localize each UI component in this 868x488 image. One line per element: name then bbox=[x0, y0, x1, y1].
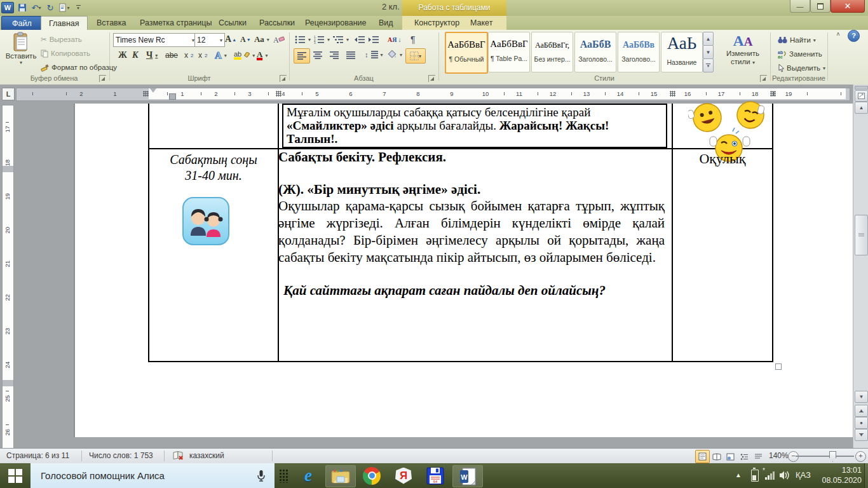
next-page-button[interactable]: ▼ bbox=[855, 429, 868, 441]
style-heading2[interactable]: АаБбВв Заголово... bbox=[618, 32, 660, 72]
font-dialog-launcher[interactable] bbox=[280, 75, 287, 82]
table-border[interactable] bbox=[672, 104, 673, 362]
smiley-images[interactable] bbox=[688, 98, 771, 148]
tab-references[interactable]: Ссылки bbox=[211, 16, 254, 30]
battery-icon[interactable] bbox=[751, 470, 759, 482]
strikethrough-button[interactable]: abe bbox=[164, 49, 179, 62]
table-border[interactable] bbox=[148, 361, 773, 362]
fullscreen-reading-view-button[interactable] bbox=[709, 450, 724, 463]
tray-expand-icon[interactable]: ▲ bbox=[735, 471, 742, 478]
find-button[interactable]: Найти▾ bbox=[776, 34, 817, 46]
tab-home[interactable]: Главная bbox=[41, 16, 88, 30]
tab-page-layout[interactable]: Разметка страницы bbox=[132, 16, 219, 30]
tab-table-layout[interactable]: Макет bbox=[463, 16, 500, 30]
internet-explorer-icon[interactable]: e bbox=[294, 465, 323, 486]
style-heading1[interactable]: АаБбВ Заголово... bbox=[574, 32, 616, 72]
table-column-marker[interactable] bbox=[143, 91, 149, 97]
styles-dialog-launcher[interactable] bbox=[760, 75, 767, 82]
first-line-indent-marker[interactable] bbox=[150, 88, 156, 96]
decrease-indent-button[interactable] bbox=[353, 33, 366, 46]
left-indent-marker[interactable] bbox=[169, 93, 176, 100]
style-title[interactable]: АаЬ Название bbox=[661, 32, 703, 72]
table-border[interactable] bbox=[148, 104, 149, 362]
format-painter-button[interactable]: Формат по образцу bbox=[39, 61, 118, 74]
increase-indent-button[interactable] bbox=[367, 33, 380, 46]
table-column-marker[interactable] bbox=[276, 91, 281, 97]
tab-view[interactable]: Вид bbox=[371, 16, 401, 30]
previous-page-button[interactable]: ▲ bbox=[855, 405, 868, 417]
assessment-text-box[interactable]: Мұғалім оқушыларды сабаққа қатысу белсен… bbox=[282, 104, 667, 148]
word-count[interactable]: Число слов: 1 753 bbox=[89, 451, 153, 460]
clear-formatting-button[interactable]: А bbox=[272, 33, 286, 46]
styles-gallery-expand[interactable]: ▼ bbox=[703, 58, 714, 72]
tab-table-design[interactable]: Конструктор bbox=[407, 16, 467, 30]
zoom-level[interactable]: 140% bbox=[769, 451, 789, 460]
vertical-scrollbar[interactable]: ▲ ▼ ▲ ● ▼ bbox=[853, 85, 868, 448]
table-row-marker[interactable] bbox=[3, 166, 13, 172]
sort-button[interactable]: А Я ↓ bbox=[386, 33, 402, 46]
stage-cell[interactable]: Сабақтың соңы 31-40 мин. bbox=[149, 152, 278, 184]
keyboard-language-indicator[interactable]: ҚАЗ bbox=[796, 470, 811, 480]
scrollbar-thumb[interactable] bbox=[855, 215, 868, 255]
subscript-button[interactable]: x2 bbox=[183, 49, 194, 62]
italic-button[interactable]: К bbox=[131, 49, 140, 62]
split-handle[interactable] bbox=[855, 86, 868, 90]
select-browse-object-button[interactable]: ● bbox=[855, 417, 868, 429]
bullets-button[interactable]: ▾ bbox=[294, 33, 312, 46]
file-explorer-icon[interactable] bbox=[325, 465, 356, 487]
font-size-combo[interactable]: 12▾ bbox=[194, 33, 225, 47]
align-left-button[interactable] bbox=[294, 48, 310, 64]
line-spacing-button[interactable]: ↕ ▾ bbox=[363, 48, 384, 61]
change-case-button[interactable]: Аа▾ bbox=[253, 33, 271, 46]
font-color-button[interactable]: А▾ bbox=[255, 49, 269, 62]
table-row-marker[interactable] bbox=[3, 380, 13, 386]
paste-dropdown[interactable]: ▾ bbox=[20, 60, 22, 65]
tab-stop-selector[interactable]: L bbox=[2, 88, 15, 100]
change-styles-button[interactable]: АА Изменить стили ▾ bbox=[718, 32, 768, 67]
scroll-up-arrow[interactable]: ▲ bbox=[855, 102, 868, 114]
superscript-button[interactable]: x2 bbox=[197, 49, 208, 62]
zoom-slider-track[interactable] bbox=[796, 456, 854, 457]
style-no-spacing[interactable]: АаБбВвГг, Без интер... bbox=[531, 32, 573, 72]
table-column-marker[interactable] bbox=[670, 91, 675, 97]
taskbar-search-box[interactable]: Голосовой помощник Алиса bbox=[31, 463, 275, 488]
zoom-slider-thumb[interactable] bbox=[829, 451, 836, 462]
v-ruler[interactable]: 17181920212223242526 bbox=[2, 105, 14, 448]
word-taskbar-icon[interactable]: W bbox=[452, 465, 483, 487]
yandex-panel-icon[interactable] bbox=[275, 465, 292, 486]
spellcheck-icon[interactable] bbox=[173, 451, 184, 463]
draft-view-button[interactable] bbox=[751, 450, 766, 463]
borders-button[interactable]: ▾ bbox=[405, 48, 426, 64]
page-indicator[interactable]: Страница: 6 из 11 bbox=[6, 451, 69, 460]
floppy-64-icon[interactable]: 64 bbox=[421, 465, 450, 486]
print-layout-view-button[interactable] bbox=[695, 450, 710, 463]
styles-scroll-up[interactable]: ▲ bbox=[703, 32, 714, 46]
align-right-button[interactable] bbox=[327, 48, 342, 62]
multilevel-list-button[interactable]: ▾ bbox=[332, 33, 350, 46]
tab-review[interactable]: Рецензирование bbox=[297, 16, 374, 30]
show-marks-button[interactable]: ¶ bbox=[409, 33, 417, 46]
tab-file[interactable]: Файл bbox=[1, 16, 43, 30]
scroll-down-arrow[interactable]: ▼ bbox=[855, 391, 868, 403]
clipboard-dialog-launcher[interactable] bbox=[99, 75, 106, 82]
chrome-icon[interactable] bbox=[357, 465, 386, 486]
network-signal-icon[interactable]: * bbox=[764, 471, 775, 480]
justify-button[interactable] bbox=[343, 48, 358, 62]
lesson-end-cell[interactable]: Сабақты бекіту. Рефлексия. (Ж). «Бір мин… bbox=[278, 149, 665, 299]
replace-button[interactable]: ab ac Заменить bbox=[776, 48, 824, 60]
shading-button[interactable]: ▾ bbox=[386, 48, 403, 61]
language-indicator[interactable]: казахский bbox=[189, 451, 224, 460]
microphone-icon[interactable] bbox=[257, 470, 266, 482]
zoom-in-button[interactable]: + bbox=[855, 451, 866, 462]
bold-button[interactable]: Ж bbox=[117, 49, 128, 62]
text-effects-button[interactable]: А▾ bbox=[214, 49, 228, 62]
clock[interactable]: 13:01 08.05.2020 bbox=[818, 465, 862, 485]
style-normal[interactable]: АаБбВвГ ¶ Обычный bbox=[445, 32, 488, 74]
style-table-paragraph[interactable]: АаБбВвГ ¶ Table Pa... bbox=[488, 32, 530, 72]
collapse-ribbon-icon[interactable]: ᴧ bbox=[832, 30, 844, 39]
resources-cell[interactable]: Оқулық bbox=[673, 151, 772, 167]
outline-view-button[interactable] bbox=[737, 450, 752, 463]
select-button[interactable]: Выделить▾ bbox=[776, 62, 827, 74]
align-center-button[interactable] bbox=[310, 48, 325, 62]
numbering-button[interactable]: 1. 2. 3. ▾ bbox=[313, 33, 331, 46]
